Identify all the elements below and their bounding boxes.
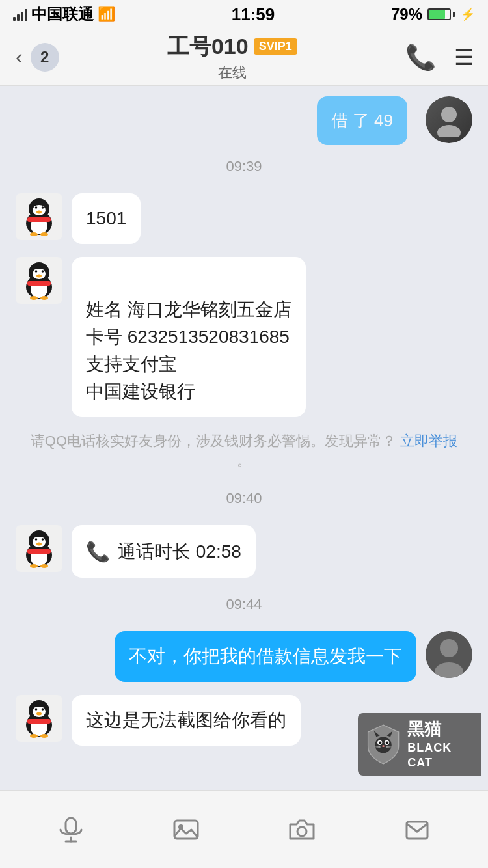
svg-point-0: [441, 107, 457, 122]
report-link[interactable]: 立即举报: [400, 433, 457, 449]
svg-point-52: [40, 734, 48, 738]
other-avatar: [16, 257, 62, 304]
svg-point-47: [35, 708, 38, 711]
svg-point-1: [437, 125, 461, 137]
svg-point-32: [35, 538, 38, 541]
message-row: 📞 通话时长 02:58: [0, 520, 488, 583]
timestamp-0944: 09:44: [0, 596, 488, 613]
svip-badge: SVIP1: [254, 38, 297, 55]
partial-message-row: 借 了 49: [0, 96, 488, 145]
svg-point-70: [297, 827, 306, 836]
svg-point-13: [40, 232, 48, 236]
svg-point-10: [36, 211, 42, 214]
svg-point-49: [36, 712, 42, 716]
image-button[interactable]: [160, 804, 212, 856]
nav-left: ‹ 2: [16, 43, 59, 72]
svg-point-21: [42, 270, 44, 273]
black-cat-watermark: 黑猫 BLACK CAT: [358, 705, 488, 783]
user-message-bubble: 不对，你把我的借款信息发我一下: [115, 631, 416, 682]
mic-button[interactable]: [45, 804, 97, 856]
svg-point-53: [375, 737, 391, 753]
svg-point-57: [386, 741, 389, 744]
status-time: 11:59: [232, 5, 275, 25]
user-message-text: 不对，你把我的借款信息发我一下: [129, 646, 402, 666]
battery-icon: [427, 8, 455, 20]
svg-point-51: [30, 734, 38, 738]
svg-point-8: [35, 206, 38, 209]
svg-point-24: [30, 296, 38, 300]
svg-point-48: [42, 708, 44, 711]
status-left: 中国联通 📶: [13, 4, 115, 25]
message-bubble: 1501: [72, 193, 141, 244]
signal-icon: [13, 8, 27, 21]
back-button[interactable]: ‹: [16, 45, 23, 69]
phone-icon[interactable]: 📞: [405, 43, 436, 72]
message-row: 姓名 海口龙华铭刻五金店 卡号 6232513520831685 支持支付宝 中…: [0, 252, 488, 422]
user-avatar: [426, 96, 472, 143]
svg-point-60: [382, 745, 385, 747]
timestamp-0940: 09:40: [0, 490, 488, 507]
svg-rect-68: [174, 821, 198, 839]
svg-point-9: [42, 206, 44, 209]
svg-point-37: [40, 564, 48, 568]
call-duration: 通话时长 02:58: [118, 538, 241, 565]
message-text: 1501: [86, 208, 126, 228]
warning-text: 请QQ电话核实好友身份，涉及钱财务必警惕。发现异常？: [31, 433, 396, 449]
warning-message: 请QQ电话核实好友身份，涉及钱财务必警惕。发现异常？ 立即举报 。: [0, 425, 488, 477]
message-row-right: 不对，你把我的借款信息发我一下: [0, 626, 488, 687]
menu-icon[interactable]: ☰: [454, 46, 472, 68]
battery-percent: 79%: [391, 5, 422, 23]
svg-point-39: [440, 639, 458, 657]
status-bar: 中国联通 📶 11:59 79% ⚡: [0, 0, 488, 29]
warning-suffix: 。: [237, 452, 251, 468]
nav-badge: 2: [31, 43, 59, 72]
nav-title: 工号010: [167, 32, 249, 62]
other-avatar: [16, 193, 62, 240]
carrier-label: 中国联通: [31, 4, 94, 25]
message-text: 姓名 海口龙华铭刻五金店 卡号 6232513520831685 支持支付宝 中…: [86, 299, 291, 401]
message-bubble: 这边是无法截图给你看的: [72, 695, 301, 746]
status-right: 79% ⚡: [391, 5, 475, 23]
svg-point-22: [36, 275, 42, 278]
svg-point-12: [30, 232, 38, 236]
call-bubble: 📞 通话时长 02:58: [72, 525, 256, 578]
svg-rect-35: [27, 549, 51, 554]
black-cat-inner: 黑猫 BLACK CAT: [358, 713, 481, 776]
charging-icon: ⚡: [461, 7, 475, 21]
black-cat-label: 黑猫 BLACK CAT: [407, 718, 474, 771]
timestamp-0939: 09:39: [0, 158, 488, 175]
bottom-toolbar: [0, 790, 488, 868]
svg-rect-65: [66, 818, 76, 834]
other-avatar: [16, 695, 62, 742]
message-text: 这边是无法截图给你看的: [86, 710, 286, 730]
message-row: 1501: [0, 188, 488, 249]
svg-rect-23: [27, 281, 51, 286]
svg-rect-11: [27, 217, 51, 222]
svg-point-36: [30, 564, 38, 568]
nav-right: 📞 ☰: [405, 43, 472, 72]
svg-rect-71: [407, 822, 427, 839]
nav-center: 工号010 SVIP1 在线: [167, 32, 297, 83]
svg-point-33: [42, 538, 44, 541]
black-cat-shield-icon: [366, 722, 401, 767]
svg-rect-50: [27, 719, 51, 724]
user-avatar-img: [426, 96, 472, 143]
nav-subtitle: 在线: [167, 63, 297, 83]
file-button[interactable]: [391, 804, 443, 856]
other-avatar: [16, 525, 62, 572]
camera-button[interactable]: [276, 804, 328, 856]
message-bubble: 姓名 海口龙华铭刻五金店 卡号 6232513520831685 支持支付宝 中…: [72, 257, 306, 417]
svg-point-56: [379, 741, 382, 744]
wifi-icon: 📶: [98, 6, 115, 23]
svg-point-34: [36, 543, 42, 546]
user-avatar: [426, 631, 472, 678]
svg-point-20: [35, 270, 38, 273]
phone-call-icon: 📞: [86, 537, 110, 566]
nav-bar: ‹ 2 工号010 SVIP1 在线 📞 ☰: [0, 29, 488, 86]
partial-bubble: 借 了 49: [317, 96, 407, 145]
svg-point-25: [40, 296, 48, 300]
